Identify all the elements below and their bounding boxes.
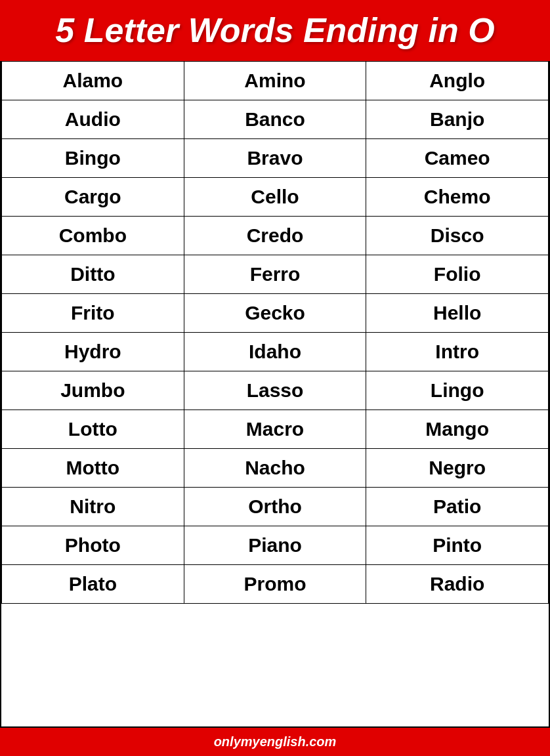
table-row: JumboLassoLingo (2, 371, 549, 410)
table-row: PlatoPromoRadio (2, 565, 549, 604)
word-table-container: AlamoAminoAngloAudioBancoBanjoBingoBravo… (0, 61, 550, 728)
table-row: HydroIdahoIntro (2, 333, 549, 371)
table-cell: Frito (2, 294, 184, 333)
table-cell: Pinto (366, 526, 549, 565)
table-row: LottoMacroMango (2, 410, 549, 449)
table-cell: Cello (184, 178, 366, 217)
table-cell: Amino (184, 62, 366, 100)
table-cell: Combo (2, 217, 184, 255)
table-cell: Audio (2, 100, 184, 139)
table-row: PhotoPianoPinto (2, 526, 549, 565)
table-cell: Patio (366, 488, 549, 526)
table-row: DittoFerroFolio (2, 255, 549, 294)
word-table: AlamoAminoAngloAudioBancoBanjoBingoBravo… (1, 61, 549, 604)
table-cell: Folio (366, 255, 549, 294)
table-cell: Plato (2, 565, 184, 604)
table-cell: Bingo (2, 139, 184, 178)
table-cell: Alamo (2, 62, 184, 100)
table-cell: Piano (184, 526, 366, 565)
table-cell: Banjo (366, 100, 549, 139)
table-cell: Jumbo (2, 371, 184, 410)
table-cell: Anglo (366, 62, 549, 100)
table-cell: Lingo (366, 371, 549, 410)
table-cell: Macro (184, 410, 366, 449)
table-row: BingoBravoCameo (2, 139, 549, 178)
table-cell: Nitro (2, 488, 184, 526)
table-cell: Bravo (184, 139, 366, 178)
table-cell: Banco (184, 100, 366, 139)
table-cell: Motto (2, 449, 184, 488)
table-cell: Chemo (366, 178, 549, 217)
table-cell: Disco (366, 217, 549, 255)
table-cell: Negro (366, 449, 549, 488)
table-cell: Gecko (184, 294, 366, 333)
table-cell: Ferro (184, 255, 366, 294)
table-cell: Credo (184, 217, 366, 255)
page-footer: onlymyenglish.com (0, 728, 550, 756)
table-cell: Radio (366, 565, 549, 604)
table-cell: Promo (184, 565, 366, 604)
page-title: 5 Letter Words Ending in O (7, 12, 543, 49)
table-cell: Lasso (184, 371, 366, 410)
table-row: FritoGeckoHello (2, 294, 549, 333)
table-cell: Ortho (184, 488, 366, 526)
table-cell: Intro (366, 333, 549, 371)
table-cell: Photo (2, 526, 184, 565)
table-cell: Idaho (184, 333, 366, 371)
table-cell: Hydro (2, 333, 184, 371)
table-row: CargoCelloChemo (2, 178, 549, 217)
footer-text: onlymyenglish.com (214, 734, 337, 749)
page-header: 5 Letter Words Ending in O (0, 0, 550, 61)
table-row: NitroOrthoPatio (2, 488, 549, 526)
table-cell: Cameo (366, 139, 549, 178)
table-cell: Lotto (2, 410, 184, 449)
table-cell: Cargo (2, 178, 184, 217)
table-row: AudioBancoBanjo (2, 100, 549, 139)
table-row: MottoNachoNegro (2, 449, 549, 488)
table-row: AlamoAminoAnglo (2, 62, 549, 100)
table-cell: Mango (366, 410, 549, 449)
table-cell: Hello (366, 294, 549, 333)
table-row: ComboCredoDisco (2, 217, 549, 255)
table-cell: Ditto (2, 255, 184, 294)
table-cell: Nacho (184, 449, 366, 488)
